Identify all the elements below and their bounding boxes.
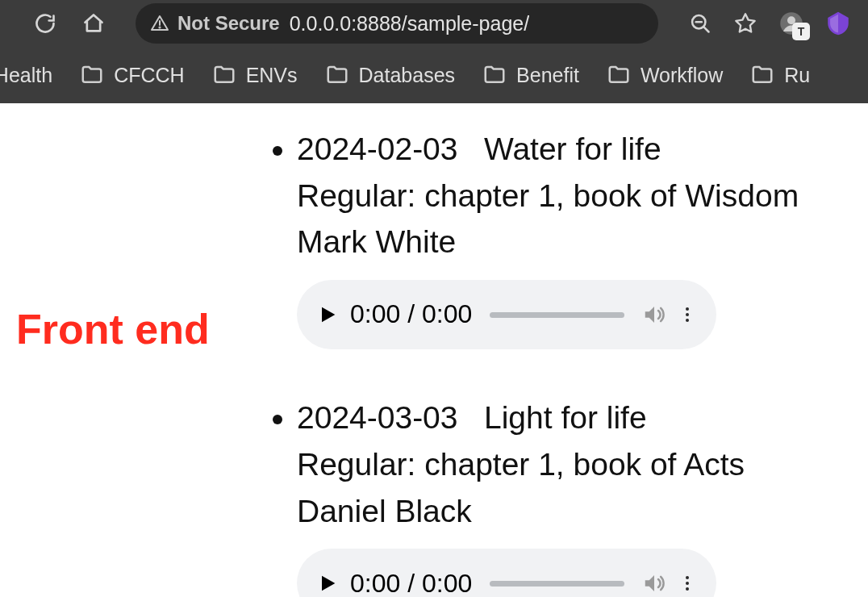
svg-line-3 [704, 27, 709, 32]
volume-icon [642, 571, 666, 595]
folder-icon [482, 63, 507, 87]
extension-icon[interactable] [824, 10, 852, 37]
toolbar-right: T [687, 10, 852, 37]
browser-chrome: Not Secure 0.0.0.0:8888/sample-page/ [0, 0, 868, 103]
time-display: 0:00 / 0:00 [350, 565, 472, 597]
bookmark-label: Workflow [641, 64, 723, 87]
entry-title: Water for life [484, 132, 661, 166]
svg-point-15 [686, 587, 689, 591]
bookmark-item[interactable]: e Health [0, 64, 52, 87]
folder-icon [325, 63, 349, 87]
more-vertical-icon [678, 574, 697, 593]
home-button[interactable] [81, 10, 106, 36]
not-secure-label: Not Secure [177, 12, 280, 35]
zoom-out-button[interactable] [687, 10, 713, 36]
sidebar-title: Front end [16, 305, 274, 353]
bookmark-label: Benefit [516, 64, 579, 87]
bookmark-item[interactable]: CFCCH [80, 63, 185, 87]
security-indicator[interactable]: Not Secure [150, 12, 280, 35]
bookmark-label: ENVs [246, 64, 298, 87]
current-time: 0:00 [350, 299, 400, 328]
svg-marker-12 [322, 576, 335, 591]
bookmark-item[interactable]: Ru [750, 63, 810, 87]
audio-player: 0:00 / 0:00 [297, 280, 716, 349]
folder-icon [607, 63, 631, 87]
entry-author: Daniel Black [297, 488, 799, 535]
list-item: 2024-02-03 Water for life Regular: chapt… [297, 126, 799, 349]
more-options-button[interactable] [678, 574, 697, 593]
progress-slider[interactable] [490, 581, 624, 587]
sidebar: Front end [0, 103, 274, 597]
profile-button[interactable]: T [778, 10, 805, 37]
play-icon [316, 572, 339, 595]
url-text: 0.0.0.0:8888/sample-page/ [290, 12, 529, 35]
play-button[interactable] [316, 303, 339, 326]
progress-slider[interactable] [490, 312, 624, 318]
more-options-button[interactable] [678, 305, 697, 324]
bookmark-item[interactable]: Workflow [607, 63, 723, 87]
profile-letter: T [792, 23, 810, 40]
play-button[interactable] [316, 572, 339, 595]
bookmark-star-button[interactable] [732, 10, 758, 36]
volume-button[interactable] [642, 571, 666, 595]
bookmark-item[interactable]: Databases [325, 63, 456, 87]
warning-icon [150, 14, 169, 33]
svg-marker-8 [322, 307, 335, 323]
entry-date: 2024-02-03 [297, 132, 458, 166]
page-content: Front end 2024-02-03 Water for life Regu… [0, 103, 868, 597]
entry-title: Light for life [484, 400, 647, 435]
entry-subtitle: Regular: chapter 1, book of Acts [297, 441, 799, 488]
entry-subtitle: Regular: chapter 1, book of Wisdom [297, 173, 799, 219]
volume-button[interactable] [642, 303, 666, 327]
bookmark-label: e Health [0, 64, 52, 87]
more-vertical-icon [678, 305, 697, 324]
bookmark-label: Ru [784, 64, 810, 87]
folder-icon [80, 63, 104, 87]
entry-author: Mark White [297, 219, 799, 265]
current-time: 0:00 [350, 569, 400, 597]
bookmark-item[interactable]: Benefit [482, 63, 579, 87]
svg-point-10 [686, 313, 689, 316]
entries-list: 2024-02-03 Water for life Regular: chapt… [274, 103, 799, 597]
volume-icon [642, 303, 666, 327]
svg-point-9 [686, 307, 689, 311]
svg-point-13 [686, 576, 689, 579]
svg-point-11 [686, 319, 689, 322]
time-display: 0:00 / 0:00 [350, 295, 472, 333]
reload-button[interactable] [32, 10, 58, 36]
list-item: 2024-03-03 Light for life Regular: chapt… [297, 395, 799, 597]
bookmark-label: Databases [359, 64, 456, 87]
audio-player: 0:00 / 0:00 [297, 549, 716, 597]
folder-icon [212, 63, 236, 87]
entry-date: 2024-03-03 [297, 400, 458, 435]
duration: 0:00 [422, 569, 472, 597]
svg-point-14 [686, 582, 689, 585]
duration: 0:00 [422, 299, 472, 328]
address-bar[interactable]: Not Secure 0.0.0.0:8888/sample-page/ [136, 3, 658, 44]
entry-header: 2024-02-03 Water for life [297, 126, 799, 173]
svg-marker-5 [736, 14, 754, 31]
folder-icon [750, 63, 774, 87]
entry-header: 2024-03-03 Light for life [297, 395, 799, 441]
browser-toolbar: Not Secure 0.0.0.0:8888/sample-page/ [0, 0, 868, 47]
play-icon [316, 303, 339, 326]
bookmarks-bar: e Health CFCCH ENVs Databases Benefit [0, 47, 868, 103]
svg-point-1 [159, 27, 160, 27]
bookmark-label: CFCCH [114, 64, 185, 87]
bookmark-item[interactable]: ENVs [212, 63, 298, 87]
